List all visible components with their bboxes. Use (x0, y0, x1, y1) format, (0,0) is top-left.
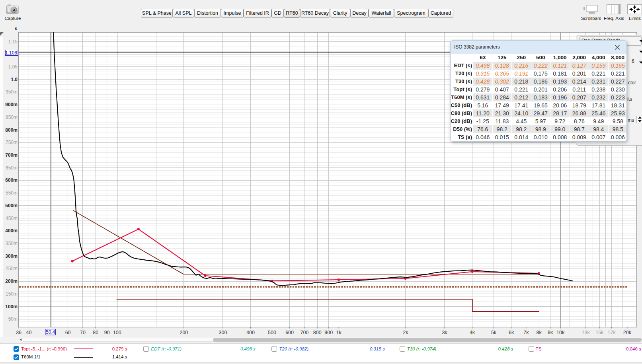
svg-text:3k: 3k (442, 330, 447, 335)
svg-text:7k: 7k (523, 330, 529, 335)
svg-text:200m: 200m (5, 278, 18, 284)
svg-text:50m: 50m (8, 316, 18, 322)
svg-text:5k: 5k (491, 330, 497, 335)
svg-text:9k: 9k (548, 330, 553, 335)
svg-text:70: 70 (80, 330, 86, 335)
svg-text:80: 80 (93, 330, 98, 335)
svg-text:350m: 350m (6, 241, 18, 246)
svg-text:60: 60 (65, 330, 71, 335)
svg-text:700: 700 (300, 330, 308, 335)
svg-text:300m: 300m (5, 253, 18, 259)
svg-text:450m: 450m (6, 216, 18, 221)
svg-text:800m: 800m (5, 127, 18, 133)
svg-text:1.05: 1.05 (8, 64, 18, 70)
svg-text:13k: 13k (582, 330, 590, 335)
svg-text:550m: 550m (6, 190, 18, 196)
svg-text:15k: 15k (595, 330, 604, 335)
svg-text:s: s (15, 26, 17, 31)
svg-text:500: 500 (268, 330, 276, 335)
svg-text:300: 300 (219, 330, 227, 335)
svg-text:90: 90 (104, 330, 110, 335)
svg-text:50.4: 50.4 (46, 329, 55, 335)
svg-text:200: 200 (180, 330, 188, 335)
svg-text:750m: 750m (6, 140, 18, 145)
svg-text:4k: 4k (470, 330, 475, 335)
svg-text:40: 40 (26, 330, 32, 335)
svg-text:36: 36 (16, 330, 21, 335)
svg-text:1k: 1k (336, 330, 342, 335)
svg-text:100m: 100m (5, 304, 18, 309)
svg-text:150m: 150m (6, 291, 18, 297)
svg-text:100: 100 (113, 330, 121, 335)
svg-text:800: 800 (313, 330, 322, 335)
svg-text:8k: 8k (537, 330, 542, 335)
svg-text:20k: 20k (623, 330, 632, 335)
svg-text:650m: 650m (6, 165, 18, 171)
svg-text:600m: 600m (5, 177, 18, 183)
svg-text:900m: 900m (5, 102, 18, 107)
svg-text:10k: 10k (556, 330, 565, 335)
svg-text:500m: 500m (5, 203, 18, 208)
svg-text:2k: 2k (403, 330, 408, 335)
svg-text:850m: 850m (6, 115, 18, 120)
svg-text:17k: 17k (608, 330, 616, 335)
svg-text:600: 600 (285, 330, 294, 335)
svg-text:950m: 950m (6, 89, 18, 95)
svg-text:6k: 6k (509, 330, 514, 335)
svg-text:1.106: 1.106 (5, 50, 17, 56)
svg-text:400m: 400m (5, 228, 18, 234)
svg-text:1.0: 1.0 (11, 77, 18, 82)
svg-text:250m: 250m (6, 266, 18, 271)
svg-text:700m: 700m (5, 152, 18, 158)
svg-text:1.15: 1.15 (8, 39, 18, 45)
svg-text:400: 400 (246, 330, 255, 335)
svg-text:900: 900 (324, 330, 333, 335)
